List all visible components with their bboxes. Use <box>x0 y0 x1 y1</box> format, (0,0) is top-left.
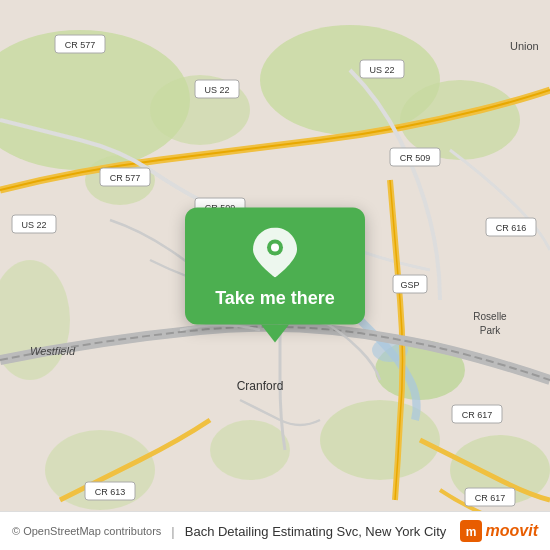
svg-text:US 22: US 22 <box>369 65 394 75</box>
place-name: Bach Detailing Estimating Svc, New York … <box>185 524 447 539</box>
svg-text:CR 509: CR 509 <box>400 153 431 163</box>
svg-text:CR 577: CR 577 <box>110 173 141 183</box>
cta-box[interactable]: Take me there <box>185 208 365 325</box>
svg-text:Cranford: Cranford <box>237 379 284 393</box>
svg-text:CR 616: CR 616 <box>496 223 527 233</box>
svg-point-43 <box>271 244 279 252</box>
svg-text:CR 613: CR 613 <box>95 487 126 497</box>
cta-button-label: Take me there <box>215 288 335 309</box>
svg-text:m: m <box>465 525 476 539</box>
cta-pointer <box>261 325 289 343</box>
moovit-logo: m moovit <box>460 520 538 542</box>
svg-text:US 22: US 22 <box>21 220 46 230</box>
svg-text:Union: Union <box>510 40 539 52</box>
svg-text:Westfield: Westfield <box>30 345 76 357</box>
svg-text:CR 577: CR 577 <box>65 40 96 50</box>
svg-text:Roselle: Roselle <box>473 311 507 322</box>
svg-point-11 <box>210 420 290 480</box>
svg-text:Park: Park <box>480 325 502 336</box>
moovit-text: moovit <box>486 522 538 540</box>
map-container: CR 577 US 22 US 22 CR 577 US 22 CR 509 C… <box>0 0 550 550</box>
cta-overlay[interactable]: Take me there <box>185 208 365 343</box>
svg-text:GSP: GSP <box>400 280 419 290</box>
moovit-icon: m <box>460 520 482 542</box>
svg-text:CR 617: CR 617 <box>475 493 506 503</box>
bottom-bar: © OpenStreetMap contributors | Bach Deta… <box>0 511 550 550</box>
copyright-text: © OpenStreetMap contributors <box>12 525 161 537</box>
bottom-bar-info: © OpenStreetMap contributors | Bach Deta… <box>12 524 446 539</box>
svg-text:CR 617: CR 617 <box>462 410 493 420</box>
svg-text:US 22: US 22 <box>204 85 229 95</box>
location-pin-icon <box>253 228 297 278</box>
